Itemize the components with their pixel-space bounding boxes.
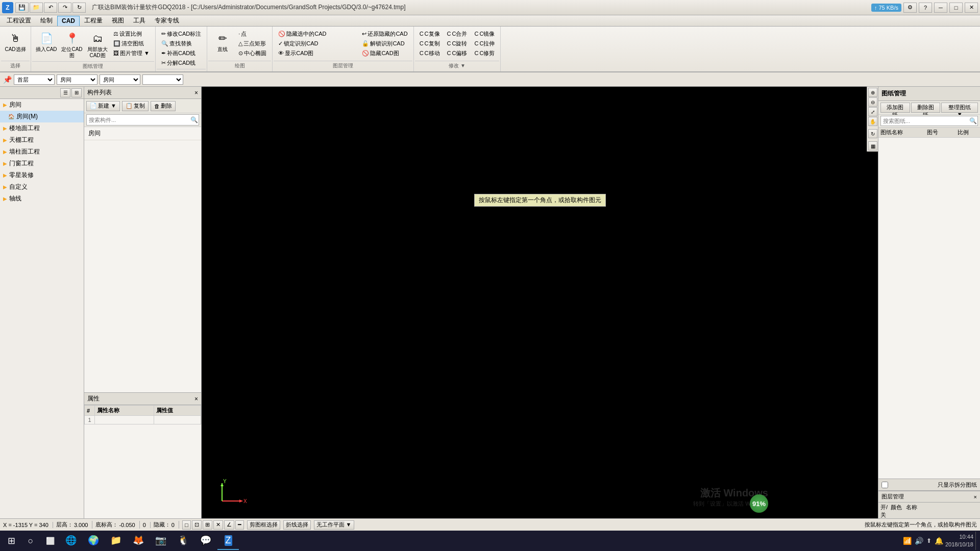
frame-select-btn[interactable]: 剪图框选择 bbox=[247, 520, 280, 530]
point-btn[interactable]: · 点 bbox=[236, 29, 268, 38]
mid-panel-close[interactable]: × bbox=[194, 89, 198, 96]
show-cad-btn[interactable]: 👁 显示CAD图 bbox=[276, 48, 328, 58]
component-search-icon[interactable]: 🔍 bbox=[190, 116, 198, 123]
status-ortho-btn[interactable]: ⊡ bbox=[192, 520, 202, 530]
zoom-cad-btn[interactable]: 🗂 局部放大CAD图 bbox=[85, 29, 110, 60]
refresh-btn[interactable]: ↻ bbox=[72, 3, 86, 13]
room-type-select[interactable]: 房间 bbox=[57, 74, 97, 85]
add-drawing-btn[interactable]: 添加图纸 bbox=[880, 103, 910, 113]
pan-btn[interactable]: ✋ bbox=[868, 117, 877, 126]
c-copy-btn[interactable]: CC复制 bbox=[418, 39, 442, 48]
split-cad-btn[interactable]: ✂ 分解CAD线 bbox=[159, 58, 203, 67]
find-replace-btn[interactable]: 🔍 查找替换 bbox=[159, 39, 203, 48]
insert-cad-btn[interactable]: 📄 插入CAD bbox=[34, 29, 59, 58]
c-trim-btn[interactable]: CC修剪 bbox=[472, 48, 497, 58]
status-grid-btn[interactable]: ⊞ bbox=[203, 520, 212, 530]
tree-item-axis[interactable]: ▶ 轴线 bbox=[0, 193, 84, 205]
tree-item-wall[interactable]: ▶ 墙柱面工程 bbox=[0, 146, 84, 158]
undo-btn[interactable]: ↶ bbox=[44, 3, 57, 13]
new-component-btn[interactable]: 📄 新建 ▼ bbox=[86, 101, 120, 111]
start-btn[interactable]: ⊞ bbox=[2, 532, 20, 550]
refresh-view-btn[interactable]: ↻ bbox=[868, 129, 877, 138]
clock-display[interactable]: 10:44 2018/10/18 bbox=[945, 533, 973, 549]
three-point-rect-btn[interactable]: △ 三点矩形 bbox=[236, 39, 268, 48]
hide-cad-btn[interactable]: 🚫 隐藏CAD图 bbox=[360, 48, 409, 58]
pin-btn[interactable]: 📌 bbox=[3, 76, 12, 84]
menu-expert-hotline[interactable]: 专家专线 bbox=[150, 16, 184, 26]
taskbar-app-media[interactable]: 📷 bbox=[150, 532, 172, 550]
extra-select[interactable] bbox=[142, 74, 183, 85]
status-angle-mode-btn[interactable]: ∠ bbox=[224, 520, 234, 530]
c-mirror-btn[interactable]: CC镜像 bbox=[472, 29, 497, 38]
tree-item-misc[interactable]: ▶ 零星装修 bbox=[0, 169, 84, 181]
taskbar-app-browser2[interactable]: 🦊 bbox=[128, 532, 149, 550]
props-row-name[interactable] bbox=[95, 416, 154, 424]
props-close-btn[interactable]: × bbox=[194, 395, 198, 403]
add-cad-line-btn[interactable]: ✒ 补画CAD线 bbox=[159, 48, 203, 58]
polyline-select-btn[interactable]: 折线选择 bbox=[283, 520, 311, 530]
right-search-input[interactable] bbox=[880, 116, 978, 126]
taskbar-app-ie[interactable]: 🌍 bbox=[83, 532, 104, 550]
fit-view-btn[interactable]: ⤢ bbox=[868, 107, 877, 116]
layer-view-btn[interactable]: ▦ bbox=[868, 141, 877, 151]
grid-view-btn[interactable]: ⊞ bbox=[71, 88, 82, 97]
tree-item-floor[interactable]: ▶ 楼地面工程 bbox=[0, 122, 84, 134]
c-move-btn[interactable]: CC移动 bbox=[418, 48, 442, 58]
minimize-btn[interactable]: ─ bbox=[934, 3, 947, 13]
zoom-out-btn[interactable]: ⊖ bbox=[868, 97, 877, 107]
organize-drawing-btn[interactable]: 整理图纸 ▼ bbox=[941, 103, 978, 113]
right-search-icon[interactable]: 🔍 bbox=[969, 117, 977, 124]
work-plane-btn[interactable]: 无工作平面 ▼ bbox=[314, 520, 354, 530]
list-view-btn[interactable]: ☰ bbox=[60, 88, 70, 97]
component-search-input[interactable] bbox=[86, 114, 199, 126]
zoom-in-btn[interactable]: ⊕ bbox=[868, 88, 877, 97]
quick-save-btn[interactable]: 💾 bbox=[15, 3, 29, 13]
center-ellipse-btn[interactable]: ⊙ 中心椭圆 bbox=[236, 48, 268, 58]
maximize-btn[interactable]: □ bbox=[949, 3, 963, 13]
float-icon[interactable]: 91% bbox=[750, 494, 768, 513]
show-split-checkbox[interactable] bbox=[881, 482, 888, 488]
component-room[interactable]: 房间 bbox=[84, 127, 201, 140]
tree-item-room-m[interactable]: 🏠 房间(M) bbox=[0, 111, 84, 122]
copy-component-btn[interactable]: 📋 复制 bbox=[122, 101, 149, 111]
c-merge-btn[interactable]: CC合并 bbox=[445, 29, 470, 38]
show-desktop-btn[interactable] bbox=[975, 532, 978, 550]
c-image-btn[interactable]: CC复像 bbox=[418, 29, 442, 38]
layer-panel-close[interactable]: × bbox=[974, 494, 977, 500]
menu-cad[interactable]: CAD bbox=[57, 16, 80, 26]
upload-indicator[interactable]: ↑ 75 KB/s bbox=[871, 4, 901, 12]
menu-engineering-qty[interactable]: 工程量 bbox=[80, 16, 107, 26]
close-btn[interactable]: ✕ bbox=[965, 3, 978, 13]
locate-cad-btn[interactable]: 📍 定位CAD图 bbox=[60, 29, 84, 60]
taskbar-app-grandsoft[interactable]: Z bbox=[217, 532, 239, 550]
tree-item-ceiling[interactable]: ▶ 天棚工程 bbox=[0, 134, 84, 146]
hide-selected-cad-btn[interactable]: 🚫 隐藏选中的CAD bbox=[276, 29, 328, 38]
help-btn[interactable]: ? bbox=[919, 3, 932, 13]
taskbar-app-wechat[interactable]: 💬 bbox=[195, 532, 216, 550]
modify-annotation-btn[interactable]: ✏ 修改CAD标注 bbox=[159, 29, 203, 38]
menu-draw[interactable]: 绘制 bbox=[36, 16, 57, 26]
c-rotate-btn[interactable]: CC旋转 bbox=[445, 39, 470, 48]
props-row-value[interactable] bbox=[154, 416, 201, 424]
c-offset-btn[interactable]: CC偏移 bbox=[445, 48, 470, 58]
taskbar-app-file[interactable]: 📁 bbox=[105, 532, 127, 550]
restore-hidden-cad-btn[interactable]: ↩ 还原隐藏的CAD bbox=[360, 29, 409, 38]
delete-component-btn[interactable]: 🗑 删除 bbox=[151, 101, 176, 111]
notification-icon[interactable]: 🔔 bbox=[935, 537, 943, 545]
volume-icon[interactable]: 🔊 bbox=[915, 537, 923, 545]
menu-tools[interactable]: 工具 bbox=[129, 16, 150, 26]
cad-select-btn[interactable]: 🖱 CAD选择 bbox=[3, 29, 28, 58]
image-mgmt-btn[interactable]: 🖼 图片管理 ▼ bbox=[111, 48, 152, 58]
room-select[interactable]: 房间 bbox=[100, 74, 140, 85]
network-icon[interactable]: 📶 bbox=[903, 537, 912, 545]
lock-identify-cad-btn[interactable]: ✓ 锁定识别CAD bbox=[276, 39, 328, 48]
taskbar-app-edge[interactable]: 🌐 bbox=[60, 532, 82, 550]
search-btn[interactable]: ○ bbox=[21, 532, 40, 550]
canvas-area[interactable]: 按鼠标左键指定第一个角点，或拾取构件图元 X Y 激活 Windows 转到「设… bbox=[202, 87, 878, 531]
set-scale-btn[interactable]: ⚖ 设置比例 bbox=[111, 29, 152, 38]
unlock-identify-cad-btn[interactable]: 🔓 解锁识别CAD bbox=[360, 39, 409, 48]
floor-select[interactable]: 首层 bbox=[14, 74, 55, 85]
menu-view[interactable]: 视图 bbox=[107, 16, 129, 26]
clear-drawing-btn[interactable]: 🔲 清空图纸 bbox=[111, 39, 152, 48]
quick-open-btn[interactable]: 📁 bbox=[30, 3, 43, 13]
